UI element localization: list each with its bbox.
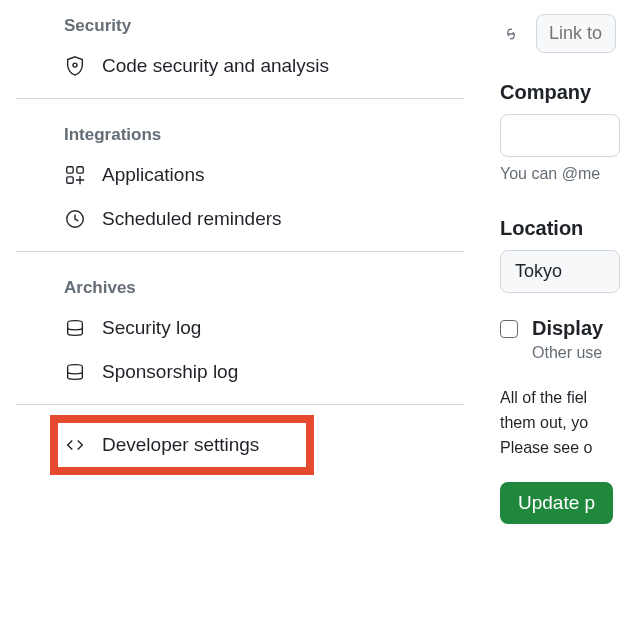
display-checkbox-sub: Other use xyxy=(532,344,603,362)
location-input[interactable] xyxy=(500,250,620,293)
section-header-archives: Archives xyxy=(16,262,464,306)
svg-point-0 xyxy=(73,63,77,67)
log-icon xyxy=(64,361,86,383)
divider xyxy=(16,98,464,99)
location-label: Location xyxy=(500,217,638,240)
body-text: All of the fiel them out, yo Please see … xyxy=(500,386,638,460)
company-input[interactable] xyxy=(500,114,620,157)
profile-form: Company You can @me Location Display Oth… xyxy=(480,0,638,644)
divider xyxy=(16,251,464,252)
sidebar-item-label: Developer settings xyxy=(102,434,259,456)
display-checkbox-row: Display Other use xyxy=(500,317,638,362)
shield-icon xyxy=(64,55,86,77)
svg-rect-1 xyxy=(67,167,73,173)
section-header-integrations: Integrations xyxy=(16,109,464,153)
apps-icon xyxy=(64,164,86,186)
sidebar-item-label: Scheduled reminders xyxy=(102,208,282,230)
company-helper: You can @me xyxy=(500,165,638,183)
sidebar-item-label: Code security and analysis xyxy=(102,55,329,77)
sidebar-item-code-security[interactable]: Code security and analysis xyxy=(16,44,464,88)
svg-rect-2 xyxy=(77,167,83,173)
sidebar-item-security-log[interactable]: Security log xyxy=(16,306,464,350)
link-icon xyxy=(500,23,522,45)
company-label: Company xyxy=(500,81,638,104)
social-link-row xyxy=(500,14,638,53)
update-profile-button[interactable]: Update p xyxy=(500,482,613,524)
sidebar-item-label: Security log xyxy=(102,317,201,339)
settings-sidebar: Security Code security and analysis Inte… xyxy=(0,0,480,644)
sidebar-item-label: Sponsorship log xyxy=(102,361,238,383)
display-checkbox[interactable] xyxy=(500,320,518,338)
code-icon xyxy=(64,434,86,456)
clock-icon xyxy=(64,208,86,230)
sidebar-item-scheduled-reminders[interactable]: Scheduled reminders xyxy=(16,197,464,241)
sidebar-item-label: Applications xyxy=(102,164,204,186)
display-checkbox-label: Display xyxy=(532,317,603,340)
svg-rect-3 xyxy=(67,177,73,183)
log-icon xyxy=(64,317,86,339)
divider xyxy=(16,404,464,405)
sidebar-item-applications[interactable]: Applications xyxy=(16,153,464,197)
sidebar-item-developer-settings[interactable]: Developer settings xyxy=(64,423,300,467)
section-header-security: Security xyxy=(16,0,464,44)
sidebar-item-sponsorship-log[interactable]: Sponsorship log xyxy=(16,350,464,394)
social-link-input[interactable] xyxy=(536,14,616,53)
highlight-box: Developer settings xyxy=(50,415,314,475)
